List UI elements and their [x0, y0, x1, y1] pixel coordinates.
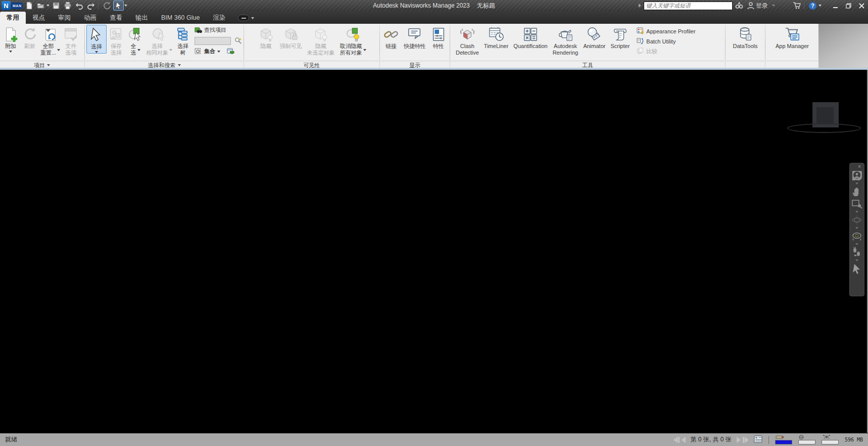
tab-render[interactable]: 渲染	[206, 12, 232, 24]
find-items-input[interactable]	[195, 37, 231, 45]
ribbon-options-button[interactable]	[238, 15, 249, 21]
ribbon-options-dropdown[interactable]	[251, 17, 254, 19]
zoom-window-button[interactable]	[851, 198, 863, 210]
file-options-button: 文件 选项	[61, 25, 80, 56]
minimize-button[interactable]	[829, 1, 842, 11]
restore-button[interactable]	[842, 1, 855, 11]
select-dropdown[interactable]	[95, 51, 98, 53]
sheet-browser-button[interactable]	[754, 435, 762, 444]
panel-dropdown-icon	[47, 64, 50, 66]
quantification-icon	[522, 26, 539, 42]
app-manager-button[interactable]: App Manager	[775, 25, 810, 50]
navisworks-logo-icon[interactable]: N	[2, 1, 11, 10]
help-dropdown[interactable]	[818, 5, 822, 7]
select-all-dropdown[interactable]	[137, 49, 140, 51]
wheel-dropdown[interactable]	[855, 183, 858, 185]
navbar-close-button[interactable]: ✕	[856, 164, 862, 169]
navigation-wheel-button[interactable]	[851, 169, 863, 182]
unhide-all-button[interactable]: 取消隐藏 所有对象	[339, 25, 367, 56]
search-input[interactable]	[644, 2, 733, 10]
walk-icon	[851, 247, 862, 258]
timeliner-button[interactable]: TimeLiner	[483, 25, 510, 50]
sheet-browser-icon	[754, 435, 762, 443]
new-file-button[interactable]	[24, 1, 34, 11]
select-same-dropdown[interactable]	[169, 49, 172, 51]
tab-review[interactable]: 审阅	[52, 12, 77, 24]
navbar-select-button[interactable]	[851, 262, 863, 275]
quick-find-button[interactable]	[233, 36, 243, 46]
scripter-button[interactable]: Scripter	[609, 25, 631, 50]
append-button[interactable]: 附加	[1, 25, 20, 53]
hide-button: 隐藏	[257, 25, 276, 50]
navigation-bar: ✕	[849, 163, 864, 296]
orbit-dropdown[interactable]	[855, 227, 858, 229]
refresh-button[interactable]	[102, 1, 112, 11]
unhide-all-dropdown[interactable]	[363, 49, 366, 51]
last-sheet-button[interactable]	[743, 437, 749, 443]
batch-utility-button[interactable]: Batch Utility	[637, 36, 695, 46]
qat-customize-dropdown[interactable]	[124, 5, 127, 7]
quick-properties-button[interactable]: 快捷特性	[403, 25, 427, 50]
properties-button[interactable]: 特性	[429, 25, 448, 50]
tab-home[interactable]: 常用	[0, 12, 26, 24]
help-button[interactable]: ?	[807, 1, 818, 11]
refresh-model-button: 刷新	[20, 25, 39, 50]
next-sheet-button[interactable]	[737, 437, 741, 443]
datatools-button[interactable]: DataTools	[732, 25, 759, 50]
toolbar-separator	[98, 2, 99, 9]
print-button[interactable]	[62, 1, 73, 11]
sign-in-label[interactable]: 登录	[756, 2, 768, 10]
close-button[interactable]	[855, 1, 868, 11]
selection-tree-button[interactable]: 选择 树	[173, 25, 192, 56]
links-button[interactable]: 链接	[381, 25, 401, 50]
select-same-button: 选择 相同对象	[145, 25, 173, 56]
tab-animation[interactable]: 动画	[77, 12, 103, 24]
open-file-button[interactable]	[35, 1, 46, 11]
app-store-button[interactable]	[791, 1, 802, 11]
select-button[interactable]: 选择	[86, 25, 107, 54]
tab-bim360glue[interactable]: BIM 360 Glue	[155, 12, 206, 24]
append-dropdown[interactable]	[9, 51, 12, 53]
look-around-button[interactable]	[851, 230, 863, 242]
links-icon	[383, 26, 399, 42]
pencil-progress	[775, 435, 792, 444]
prev-sheet-button[interactable]	[682, 437, 686, 443]
orbit-button[interactable]	[851, 214, 863, 226]
reset-all-button[interactable]: 全部 重置...	[39, 25, 61, 56]
tab-viewpoint[interactable]: 视点	[26, 12, 52, 24]
select-all-button[interactable]: 全 选	[126, 25, 145, 56]
sign-in-button[interactable]	[745, 1, 756, 11]
appearance-profiler-button[interactable]: Appearance Profiler	[637, 26, 695, 36]
redo-button[interactable]	[85, 1, 96, 11]
zoom-dropdown[interactable]	[855, 211, 858, 213]
clash-detective-button[interactable]: Clash Detective	[455, 25, 480, 56]
scene-viewport[interactable]: ✕	[0, 70, 868, 433]
appearance-profiler-icon	[637, 27, 644, 35]
animator-button[interactable]: Animator	[582, 25, 606, 50]
select-tool-button[interactable]	[113, 1, 124, 11]
sign-in-dropdown[interactable]	[772, 5, 775, 7]
quantification-button[interactable]: Quantification	[512, 25, 548, 50]
tab-view[interactable]: 查看	[103, 12, 129, 24]
tab-output[interactable]: 输出	[129, 12, 155, 24]
scripter-icon	[612, 26, 628, 42]
walk-dropdown[interactable]	[855, 259, 858, 261]
look-dropdown[interactable]	[855, 243, 858, 245]
walk-button[interactable]	[851, 246, 863, 258]
save-button[interactable]	[51, 1, 61, 11]
open-file-dropdown[interactable]	[46, 5, 50, 7]
user-icon	[747, 2, 755, 10]
datatools-icon	[737, 26, 753, 42]
find-items-button[interactable]: 查找项目	[195, 25, 243, 35]
first-sheet-button[interactable]	[673, 437, 680, 443]
timeliner-icon	[488, 26, 504, 42]
pan-button[interactable]	[851, 186, 863, 198]
manage-sets-icon	[227, 48, 234, 55]
manage-sets-button[interactable]	[225, 47, 235, 56]
sets-dropdown[interactable]: 集合	[195, 47, 243, 56]
infocenter-collapse-icon[interactable]	[639, 4, 641, 8]
undo-button[interactable]	[74, 1, 84, 11]
autodesk-rendering-button[interactable]: Autodesk Rendering	[552, 25, 580, 56]
search-button[interactable]	[734, 1, 744, 11]
reset-all-dropdown[interactable]	[57, 49, 60, 51]
